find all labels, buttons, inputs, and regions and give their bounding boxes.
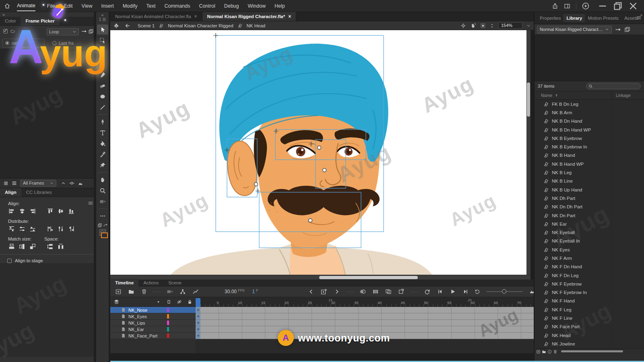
size-slider-icon[interactable]: [69, 180, 75, 186]
library-item[interactable]: NK F Dn Leg: [535, 271, 644, 280]
timeline-button[interactable]: [410, 288, 418, 296]
library-item[interactable]: NK Dn Dh Part: [535, 203, 644, 211]
step-back-button[interactable]: [436, 288, 444, 296]
library-item-name[interactable]: NK Eyeball In: [552, 239, 580, 243]
zoom-tool[interactable]: [97, 185, 108, 195]
distribute-top-button[interactable]: [7, 225, 16, 232]
frame-markers-button[interactable]: [397, 288, 405, 296]
graph-editor-button[interactable]: [192, 288, 200, 296]
library-item[interactable]: NK Eyeball: [535, 228, 644, 237]
layer-color-swatch[interactable]: [167, 327, 169, 331]
layer-nk-eyes[interactable]: NK_Eyes: [110, 313, 196, 320]
library-item-name[interactable]: NK F Arm: [552, 256, 572, 261]
layer-nk-nose[interactable]: [196, 307, 534, 313]
playhead[interactable]: [196, 298, 200, 307]
breadcrumb-symbol[interactable]: NK Head: [245, 23, 267, 28]
parenting-view-button[interactable]: [179, 288, 187, 296]
library-item-name[interactable]: NK B Up Hand: [552, 187, 582, 192]
zoom-level-input[interactable]: 154%: [498, 22, 522, 29]
step-forward-button[interactable]: [462, 288, 470, 296]
oval-tool[interactable]: [97, 91, 108, 101]
scrollbar-thumb[interactable]: [319, 276, 418, 279]
timeline-button[interactable]: [346, 288, 354, 296]
layer-nk-face-part[interactable]: NK_Face_Part: [110, 333, 196, 339]
library-item-name[interactable]: NK Dn Part: [552, 213, 575, 218]
rotate-view-icon[interactable]: [470, 23, 476, 29]
match-width-button[interactable]: [7, 243, 16, 250]
library-item[interactable]: NK Jowline: [535, 339, 644, 348]
vertical-scrollbar[interactable]: [526, 30, 530, 275]
collapse-tools-icon[interactable]: «: [101, 13, 104, 17]
tool-button[interactable]: [97, 113, 108, 116]
library-item[interactable]: NK B Line: [535, 177, 644, 185]
restore-button[interactable]: [610, 0, 625, 12]
radio-last-frame[interactable]: [52, 41, 56, 45]
library-item[interactable]: NK Eyes: [535, 245, 644, 254]
highlight-column-icon[interactable]: [156, 299, 161, 304]
library-item-name[interactable]: NK B Leg: [552, 170, 572, 175]
create-keyframe-checkbox[interactable]: [3, 29, 8, 33]
grid-view-icon[interactable]: [3, 181, 8, 186]
library-item-name[interactable]: NK F Dn Hand: [552, 264, 582, 269]
symbol-properties-button[interactable]: [547, 350, 552, 354]
library-hscroll-thumb[interactable]: [561, 350, 623, 352]
layer-name[interactable]: NK_Nose: [128, 308, 147, 313]
back-icon[interactable]: [125, 23, 130, 29]
scrollbar-thumb[interactable]: [527, 82, 530, 117]
document-tab[interactable]: Normal Kisan Animated Character.fla ×: [110, 12, 202, 21]
library-item[interactable]: NK B Eyebrow: [535, 134, 644, 142]
share-icon[interactable]: [552, 3, 558, 9]
tab-library[interactable]: Library: [564, 14, 585, 22]
library-item[interactable]: NK F Line: [535, 314, 644, 322]
layer-name[interactable]: NK_Lips: [128, 321, 145, 325]
tab-actions[interactable]: Actions: [138, 279, 163, 287]
onion-outline-button[interactable]: [372, 288, 380, 296]
menu-item[interactable]: Help: [270, 3, 289, 9]
library-item-name[interactable]: NK F Hand: [552, 298, 575, 303]
library-item-name[interactable]: NK Ear: [552, 222, 567, 226]
new-folder-button[interactable]: [542, 350, 546, 354]
tab-timeline[interactable]: Timeline: [110, 279, 138, 287]
home-icon[interactable]: [0, 3, 14, 9]
library-item-name[interactable]: NK B Dn Hand: [552, 119, 582, 123]
match-height-button[interactable]: [18, 243, 27, 250]
library-item[interactable]: NK F Eyebrow: [535, 280, 644, 288]
tab-align[interactable]: Align: [0, 188, 21, 197]
tab-cc-libraries[interactable]: CC Libraries: [21, 188, 57, 197]
menu-item[interactable]: Control: [194, 3, 219, 9]
current-frame-value[interactable]: 1: [252, 289, 255, 294]
library-item[interactable]: NK B Hand: [535, 151, 644, 160]
tool-button[interactable]: [97, 171, 108, 174]
tool-button[interactable]: [97, 207, 108, 210]
delete-item-button[interactable]: [553, 350, 557, 354]
hand-tool[interactable]: [97, 175, 108, 185]
layer-color-swatch[interactable]: [167, 308, 169, 312]
chevron-down-icon[interactable]: [526, 24, 530, 28]
library-document-dropdown[interactable]: Normal Kisan Rigged Character.fla: [537, 26, 612, 33]
center-frame-icon[interactable]: [460, 23, 466, 29]
menu-animate[interactable]: Animate: [14, 0, 43, 12]
reset-timeline-zoom-icon[interactable]: [475, 289, 480, 294]
breadcrumb-scene[interactable]: Scene 1: [136, 23, 156, 28]
panel-menu-icon[interactable]: [88, 200, 93, 206]
library-item-name[interactable]: NK Jowline: [552, 341, 575, 346]
library-item[interactable]: NK B Dn Hand WP: [535, 125, 644, 134]
all-frames-dropdown[interactable]: All Frames: [20, 180, 56, 187]
library-item[interactable]: NK Eyeball In: [535, 237, 644, 245]
menu-item[interactable]: Window: [244, 3, 270, 9]
distribute-middle-button[interactable]: [18, 225, 27, 232]
layer-nk-lips[interactable]: NK_Lips: [110, 320, 196, 326]
camera-button[interactable]: [166, 288, 174, 296]
new-library-panel-icon[interactable]: [624, 27, 630, 33]
library-item[interactable]: NK Dn Part: [535, 211, 644, 220]
library-item[interactable]: NK Dh Part: [535, 194, 644, 202]
breadcrumb-symbol[interactable]: Normal Kisan Character Rigged: [166, 23, 235, 28]
library-item-name[interactable]: NK F Leg: [552, 307, 572, 312]
library-item-name[interactable]: NK F Line: [552, 316, 572, 321]
more-tools-button[interactable]: [97, 211, 108, 221]
collapse-section-icon[interactable]: [61, 181, 66, 185]
library-item-name[interactable]: FK B Dn Leg: [552, 102, 578, 107]
distribute-left-button[interactable]: [46, 225, 55, 232]
lock-column-icon[interactable]: [187, 299, 192, 304]
layer-color-swatch[interactable]: [167, 321, 169, 325]
